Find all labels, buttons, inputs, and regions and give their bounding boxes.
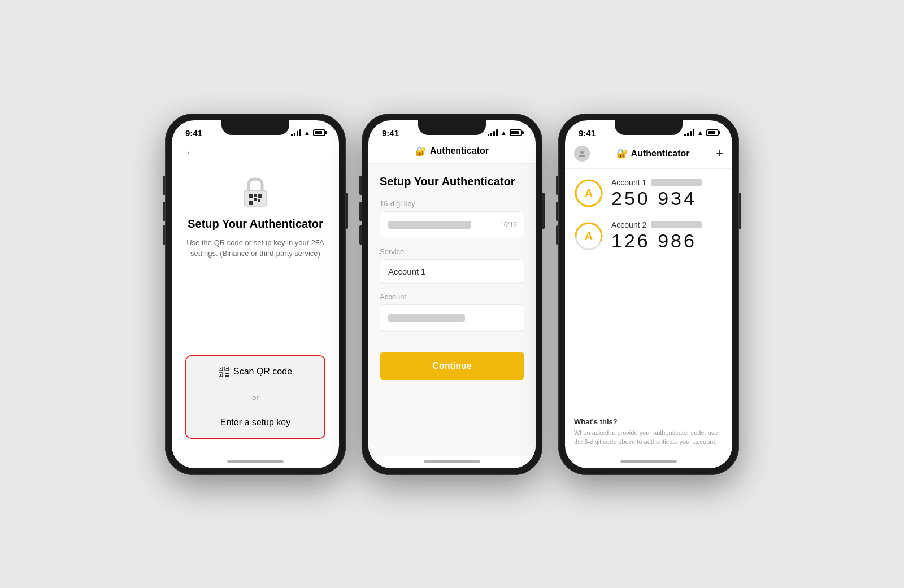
screen-2: 9:41 ▲ 🔐 Authenticator <box>368 120 536 468</box>
phone-2: 9:41 ▲ 🔐 Authenticator <box>362 114 542 475</box>
add-account-button[interactable]: + <box>716 146 723 161</box>
phone1-title: Setup Your Authenticator <box>188 217 323 230</box>
battery-icon-2 <box>510 129 522 136</box>
screen-content-3: A Account 1 250 934 <box>565 169 732 456</box>
time-2: 9:41 <box>382 128 399 138</box>
phone1-main: Setup Your Authenticator Use the QR code… <box>185 163 325 344</box>
phone-3: 9:41 ▲ <box>558 114 739 475</box>
account-1-name: Account 1 <box>611 178 646 187</box>
svg-rect-16 <box>227 375 229 377</box>
svg-rect-5 <box>254 198 257 201</box>
phone2-content-area: Setup Your Authenticator 16-digi key 16/… <box>368 164 536 456</box>
qr-icon <box>219 367 229 377</box>
phone1-content: ← <box>172 141 339 456</box>
svg-rect-4 <box>254 194 257 197</box>
action-buttons-highlight: Scan QR code or Enter a setup key <box>185 355 325 439</box>
service-value: Account 1 <box>388 267 426 276</box>
time-1: 9:41 <box>185 128 202 138</box>
user-avatar-icon[interactable] <box>574 146 590 162</box>
phone3-header-center: 🔐 Authenticator <box>616 148 690 159</box>
svg-rect-15 <box>225 375 227 377</box>
phone3-header-icon: 🔐 <box>616 148 628 159</box>
account-2-header-row: Account 2 <box>611 220 723 229</box>
svg-rect-2 <box>258 194 262 198</box>
screen-3: 9:41 ▲ <box>565 120 732 468</box>
home-indicator-2 <box>368 456 536 468</box>
wifi-icon-2: ▲ <box>501 129 507 136</box>
svg-rect-13 <box>225 373 227 374</box>
phone1-desc: Use the QR code or setup key in your 2FA… <box>185 237 325 259</box>
account-1-info: Account 1 250 934 <box>611 178 723 209</box>
battery-icon-3 <box>706 129 719 136</box>
screen-1: 9:41 ▲ ← <box>172 120 339 468</box>
screen-content-1: ← <box>172 141 339 456</box>
home-indicator-1 <box>172 456 339 468</box>
whats-this-section: What's this? When asked to provide your … <box>574 408 723 447</box>
phone-1: 9:41 ▲ ← <box>165 114 346 475</box>
service-label: Service <box>380 247 524 256</box>
service-form-group: Service Account 1 <box>380 247 524 284</box>
phone3-header: 🔐 Authenticator + <box>565 141 732 169</box>
key-form-group: 16-digi key 16/16 <box>380 199 524 238</box>
phones-container: 9:41 ▲ ← <box>165 114 739 475</box>
svg-rect-8 <box>220 368 221 369</box>
status-icons-2: ▲ <box>488 129 522 136</box>
account-1-avatar-letter: A <box>585 187 593 200</box>
enter-setup-key-button[interactable]: Enter a setup key <box>186 407 324 438</box>
notch-3 <box>615 120 683 135</box>
account-item-1: A Account 1 250 934 <box>574 178 723 209</box>
account-1-progress-ring: A <box>574 178 603 208</box>
account-item-2: A Account 2 126 986 <box>574 220 723 251</box>
authenticator-icon <box>238 175 272 208</box>
wifi-icon-3: ▲ <box>697 129 703 136</box>
account-2-id-bar <box>651 221 702 228</box>
account-form-group: Account <box>380 293 524 332</box>
phone3-content-area: A Account 1 250 934 <box>565 169 732 456</box>
battery-icon-1 <box>313 129 325 136</box>
home-indicator-3 <box>565 456 732 468</box>
continue-button[interactable]: Continue <box>380 352 524 380</box>
account-2-code: 126 986 <box>611 230 723 251</box>
service-input[interactable]: Account 1 <box>380 259 524 284</box>
wifi-icon-1: ▲ <box>304 129 310 136</box>
whats-this-title: What's this? <box>574 417 723 426</box>
phone1-buttons: Scan QR code or Enter a setup key <box>185 344 325 456</box>
svg-rect-14 <box>227 373 229 374</box>
account-1-header-row: Account 1 <box>611 178 723 187</box>
phone2-header-icon: 🔐 <box>415 146 427 156</box>
screen-content-2: Setup Your Authenticator 16-digi key 16/… <box>368 164 536 456</box>
notch-2 <box>418 120 486 135</box>
account-1-id-bar <box>651 179 702 186</box>
form-title: Setup Your Authenticator <box>380 175 524 188</box>
back-button[interactable]: ← <box>185 141 325 163</box>
signal-icon-3 <box>684 129 694 136</box>
status-icons-1: ▲ <box>291 129 325 136</box>
or-divider: or <box>186 387 324 407</box>
account-2-avatar-letter: A <box>585 229 593 242</box>
account-label: Account <box>380 293 524 301</box>
whats-this-desc: When asked to provide your authenticator… <box>574 428 723 447</box>
char-count: 16/16 <box>500 221 517 229</box>
account-2-info: Account 2 126 986 <box>611 220 723 251</box>
svg-rect-1 <box>249 194 253 198</box>
account-2-name: Account 2 <box>611 220 646 229</box>
svg-rect-10 <box>226 368 228 369</box>
signal-icon-1 <box>291 129 301 136</box>
svg-rect-3 <box>249 201 253 205</box>
time-3: 9:41 <box>579 128 596 138</box>
key-label: 16-digi key <box>380 199 524 208</box>
phone2-header-title: Authenticator <box>430 146 489 156</box>
signal-icon-2 <box>488 129 498 136</box>
svg-point-17 <box>580 151 584 154</box>
svg-rect-6 <box>258 199 260 202</box>
svg-rect-12 <box>220 374 221 376</box>
scan-qr-button[interactable]: Scan QR code <box>186 356 324 387</box>
notch-1 <box>221 120 289 135</box>
phone2-header: 🔐 Authenticator <box>368 141 536 164</box>
account-2-progress-ring: A <box>574 221 603 251</box>
status-icons-3: ▲ <box>684 129 719 136</box>
account-input[interactable] <box>380 304 524 332</box>
key-input[interactable]: 16/16 <box>380 211 524 238</box>
account-1-code: 250 934 <box>611 188 723 209</box>
scan-qr-label: Scan QR code <box>233 367 292 377</box>
